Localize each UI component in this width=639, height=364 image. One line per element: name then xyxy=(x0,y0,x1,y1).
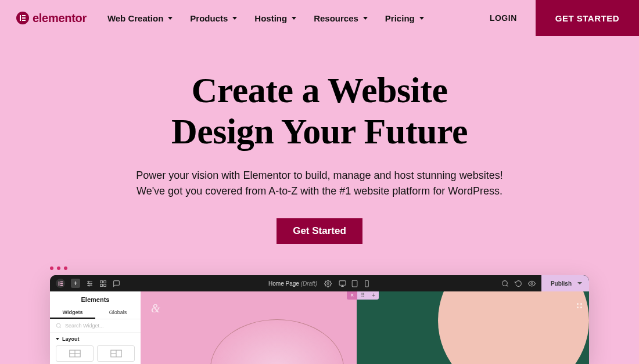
chevron-down-icon xyxy=(419,17,424,20)
delete-section-button[interactable]: × xyxy=(347,291,357,300)
svg-line-30 xyxy=(60,327,61,328)
nav-pricing[interactable]: Pricing xyxy=(385,13,424,23)
get-started-hero-button[interactable]: Get Started xyxy=(277,218,362,244)
mobile-device-icon[interactable] xyxy=(363,280,371,287)
canvas-green-section xyxy=(357,291,589,364)
section-controls: × ⠿ + xyxy=(347,291,379,300)
chevron-down-icon xyxy=(363,17,368,20)
chevron-down-icon xyxy=(168,17,173,20)
window-traffic-lights xyxy=(50,266,67,270)
svg-rect-15 xyxy=(104,280,106,283)
notes-icon[interactable] xyxy=(113,280,120,287)
settings-icon[interactable] xyxy=(86,280,94,287)
preview-icon[interactable] xyxy=(528,280,536,287)
svg-rect-6 xyxy=(60,283,63,284)
svg-rect-4 xyxy=(58,281,59,286)
add-section-button[interactable]: + xyxy=(368,291,379,300)
editor-preview: + Home Page (Draft) Publish El xyxy=(50,275,589,364)
search-icon xyxy=(56,323,62,329)
hero-section: Create a Website Design Your Future Powe… xyxy=(0,70,639,244)
svg-rect-17 xyxy=(104,284,106,286)
tab-globals[interactable]: Globals xyxy=(95,307,141,319)
get-started-header-button[interactable]: GET STARTED xyxy=(536,0,639,36)
hero-heading: Create a Website Design Your Future xyxy=(0,70,639,153)
brand-name: elementor xyxy=(33,12,87,25)
svg-rect-22 xyxy=(352,280,357,287)
svg-point-28 xyxy=(531,282,533,284)
chevron-down-icon xyxy=(232,17,237,20)
widgets-panel: Elements Widgets Globals Search Widget..… xyxy=(50,291,141,364)
finder-icon[interactable] xyxy=(501,280,509,287)
login-link[interactable]: LOGIN xyxy=(490,13,517,23)
decor-blob xyxy=(438,291,589,364)
widget-grid[interactable] xyxy=(97,345,135,362)
category-layout[interactable]: Layout xyxy=(50,333,141,344)
svg-rect-1 xyxy=(22,15,26,16)
panel-title: Elements xyxy=(50,291,141,307)
hero-subtitle: Power your vision with Elementor to buil… xyxy=(0,168,639,200)
nav-resources[interactable]: Resources xyxy=(314,13,368,23)
chevron-down-icon xyxy=(577,282,582,284)
svg-rect-0 xyxy=(20,15,21,21)
nav-hosting[interactable]: Hosting xyxy=(254,13,296,23)
brand-logo-mark xyxy=(16,12,29,24)
svg-rect-14 xyxy=(100,280,103,283)
desktop-device-icon[interactable] xyxy=(339,280,346,287)
svg-rect-5 xyxy=(60,281,63,282)
elementor-menu-icon[interactable] xyxy=(56,279,65,288)
publish-button[interactable]: Publish xyxy=(541,275,589,291)
search-widgets[interactable]: Search Widget... xyxy=(50,319,141,333)
svg-rect-3 xyxy=(22,20,26,21)
svg-rect-16 xyxy=(100,284,103,286)
drag-handle-icon[interactable] xyxy=(577,303,582,308)
nav-products[interactable]: Products xyxy=(190,13,237,23)
structure-icon[interactable] xyxy=(99,280,107,287)
main-nav: Web Creation Products Hosting Resources … xyxy=(107,13,424,23)
decor-oval xyxy=(210,319,344,364)
history-icon[interactable] xyxy=(515,280,522,287)
panel-tabs: Widgets Globals xyxy=(50,307,141,319)
svg-point-18 xyxy=(327,282,329,284)
page-title[interactable]: Home Page (Draft) xyxy=(268,280,317,287)
svg-point-12 xyxy=(91,283,92,284)
svg-rect-24 xyxy=(365,280,368,287)
add-element-button[interactable]: + xyxy=(71,279,80,288)
brand-logo[interactable]: elementor xyxy=(16,12,87,25)
svg-rect-19 xyxy=(339,280,346,285)
page-settings-icon[interactable] xyxy=(324,280,332,287)
svg-point-11 xyxy=(88,281,89,282)
chevron-down-icon xyxy=(292,17,296,20)
svg-point-26 xyxy=(502,280,508,286)
nav-web-creation[interactable]: Web Creation xyxy=(107,13,173,23)
tab-widgets[interactable]: Widgets xyxy=(50,307,95,319)
widget-container[interactable] xyxy=(56,345,94,362)
editor-canvas[interactable]: & × ⠿ + xyxy=(141,291,589,364)
svg-point-13 xyxy=(88,284,89,286)
drag-section-handle[interactable]: ⠿ xyxy=(357,291,368,300)
editor-body: Elements Widgets Globals Search Widget..… xyxy=(50,291,589,364)
svg-line-27 xyxy=(507,285,508,286)
site-header: elementor Web Creation Products Hosting … xyxy=(0,0,639,36)
svg-rect-2 xyxy=(22,17,26,19)
svg-rect-7 xyxy=(60,284,63,286)
ampersand-decor: & xyxy=(151,302,160,315)
tablet-device-icon[interactable] xyxy=(351,280,358,287)
chevron-down-icon xyxy=(56,338,59,340)
editor-topbar: + Home Page (Draft) Publish xyxy=(50,275,589,291)
svg-point-29 xyxy=(56,323,60,327)
